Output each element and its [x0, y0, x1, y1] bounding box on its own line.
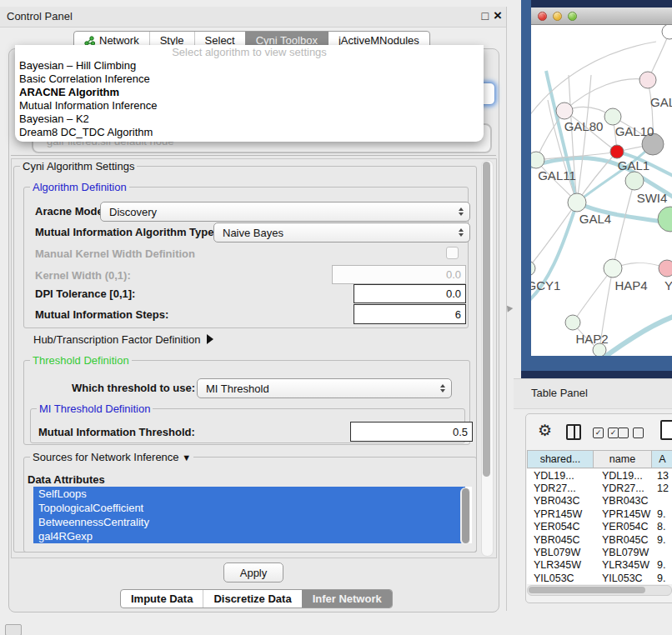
data-attribute-item[interactable]: TopologicalCoefficient — [33, 501, 465, 515]
stepper-arrows-icon — [459, 208, 464, 216]
node-label: SWI4 — [637, 191, 668, 205]
window-minimize-icon[interactable] — [553, 12, 562, 21]
data-attribute-item[interactable]: SelfLoops — [33, 487, 465, 501]
threshold-definition-label: Threshold Definition — [30, 354, 132, 367]
table-row[interactable]: YBR043C YBR043C — [527, 495, 672, 508]
algorithm-dropdown-placeholder: Select algorithm to view settings — [15, 45, 484, 59]
algorithm-dropdown-items: Bayesian – Hill ClimbingBasic Correlatio… — [15, 59, 484, 139]
network-node-gal80[interactable] — [556, 102, 573, 119]
kernel-width-input[interactable]: 0.0 — [332, 265, 466, 284]
deselect-all-columns-icon[interactable] — [618, 428, 644, 438]
sources-toggle[interactable]: Sources for Network Inference ▼ — [30, 451, 193, 463]
cell-shared-name: YBR043C — [527, 495, 594, 507]
cell-shared-name: YDR27... — [527, 482, 594, 494]
network-node[interactable] — [658, 207, 672, 232]
float-panel-icon[interactable]: □ — [482, 9, 489, 22]
network-node-gal10[interactable] — [604, 108, 621, 125]
close-panel-icon[interactable]: × — [494, 8, 502, 24]
network-node-hap2[interactable] — [565, 315, 580, 330]
control-panel-titlebar: Control Panel □ × — [0, 7, 507, 28]
network-window-titlebar[interactable] — [531, 8, 672, 25]
dpi-tolerance-input[interactable]: 0.0 — [354, 284, 466, 303]
table-row[interactable]: YLR345W YLR345W 9. — [527, 559, 672, 572]
mi-algorithm-type-label: Mutual Information Algorithm Type: — [35, 226, 218, 238]
table-row[interactable]: YPR145W YPR145W 9. — [527, 508, 672, 520]
mi-algorithm-type-value: Naive Bayes — [223, 227, 283, 239]
table-row[interactable]: YBL079W YBL079W — [527, 546, 672, 558]
stepper-arrows-icon — [459, 228, 464, 237]
settings-scrollbar-thumb[interactable] — [483, 162, 490, 477]
select-all-columns-icon[interactable]: ✓ ✓ — [593, 428, 619, 438]
mi-steps-input[interactable]: 6 — [354, 304, 466, 324]
tab-infer-network[interactable]: Infer Network — [302, 590, 392, 608]
table-row[interactable]: YIL053C YIL053C 9. — [527, 572, 672, 584]
node-label: Y — [664, 278, 672, 292]
tab-discretize-data[interactable]: Discretize Data — [203, 590, 301, 608]
hub-definition-toggle[interactable]: Hub/Transcription Factor Definition — [33, 333, 213, 346]
network-node-gcy1[interactable] — [531, 261, 535, 276]
data-attribute-item[interactable]: BetweennessCentrality — [33, 515, 465, 529]
sources-label: Sources for Network Inference — [33, 451, 179, 463]
attributes-list-scrollbar-thumb[interactable] — [462, 488, 469, 543]
table-body: YDL19... YDL19... 13 YDR27... YDR27... 1… — [527, 469, 672, 584]
manual-kernel-width-checkbox[interactable] — [446, 247, 459, 259]
network-view-canvas[interactable]: GAL GAL80 GAL10 GAL1 GAL11 SWI4 GAL4 GCY… — [531, 25, 672, 356]
cell-shared-name: YPR145W — [527, 508, 594, 520]
algorithm-definition-label: Algorithm Definition — [30, 181, 129, 193]
node-label: GAL1 — [618, 158, 649, 172]
gear-icon[interactable]: ⚙ — [538, 421, 552, 440]
column-header-name[interactable]: name — [594, 450, 652, 468]
network-icon — [84, 36, 95, 46]
section-divider — [11, 155, 496, 156]
network-node-gal1-selected[interactable] — [610, 145, 624, 158]
network-node[interactable] — [662, 25, 672, 39]
algorithm-dropdown-item[interactable]: Basic Correlation Inference — [15, 72, 484, 86]
algorithm-dropdown-item[interactable]: Bayesian – K2 — [15, 112, 484, 126]
cell-shared-name: YBR045C — [527, 534, 594, 546]
algorithm-dropdown-item[interactable]: ARACNE Algorithm — [15, 86, 484, 99]
cell-name: YDR27... — [594, 482, 652, 494]
kernel-width-label: Kernel Width (0,1): — [35, 269, 131, 282]
mi-threshold-input[interactable]: 0.5 — [350, 422, 473, 442]
table-row[interactable]: YER054C YER054C 8. — [527, 521, 672, 533]
network-node[interactable] — [639, 72, 656, 88]
algorithm-dropdown-item[interactable]: Mutual Information Inference — [15, 99, 484, 112]
screenshot-root: Control Panel □ × Network Style Select C… — [0, 0, 672, 635]
column-header-shared-name[interactable]: shared... — [527, 450, 594, 468]
which-threshold-combobox[interactable]: MI Threshold — [197, 378, 452, 398]
algorithm-dropdown-item[interactable]: Dream8 DC_TDC Algorithm — [15, 126, 484, 139]
apply-button[interactable]: Apply — [223, 562, 283, 582]
cell-value: 9. — [652, 572, 672, 584]
cell-name: YDL19... — [594, 470, 652, 482]
table-row[interactable]: YDL19... YDL19... 13 — [527, 469, 672, 482]
table-hscrollbar-thumb[interactable] — [529, 587, 645, 593]
export-table-icon[interactable] — [660, 420, 672, 440]
cell-shared-name: YLR345W — [527, 559, 594, 571]
cell-value: 8. — [652, 521, 672, 532]
network-node-gal11[interactable] — [531, 152, 544, 168]
bottom-tabbar: Impute Data Discretize Data Infer Networ… — [120, 589, 393, 608]
window-zoom-icon[interactable] — [568, 12, 577, 21]
network-node-hap4[interactable] — [604, 259, 622, 278]
collapsed-panel-grip[interactable] — [5, 624, 22, 635]
cell-name: YIL053C — [594, 572, 652, 584]
show-columns-icon[interactable] — [566, 424, 581, 440]
data-attribute-item[interactable]: gal4RGexp — [33, 529, 465, 543]
tab-label: Infer Network — [313, 592, 382, 605]
mi-algorithm-type-combobox[interactable]: Naive Bayes — [213, 222, 470, 242]
column-header-partial[interactable]: A — [652, 450, 672, 468]
table-row[interactable]: YDR27... YDR27... 12 — [527, 482, 672, 494]
algorithm-dropdown-item[interactable]: Bayesian – Hill Climbing — [15, 59, 484, 72]
network-node-swi4[interactable] — [625, 172, 644, 190]
table-row[interactable]: YBR045C YBR045C 9. — [527, 533, 672, 546]
network-node[interactable] — [659, 260, 672, 277]
algorithm-dropdown-popup: Select algorithm to view settings Bayesi… — [15, 45, 484, 142]
aracne-mode-combobox[interactable]: Discovery — [100, 202, 470, 222]
node-label: HAP2 — [575, 332, 608, 346]
network-node-gal4[interactable] — [568, 193, 586, 212]
unchecked-checkbox-icon — [618, 428, 629, 438]
window-close-icon[interactable] — [538, 12, 547, 21]
tab-impute-data[interactable]: Impute Data — [121, 590, 203, 608]
manual-kernel-width-label: Manual Kernel Width Definition — [35, 248, 195, 260]
cell-name: YER054C — [594, 521, 652, 532]
